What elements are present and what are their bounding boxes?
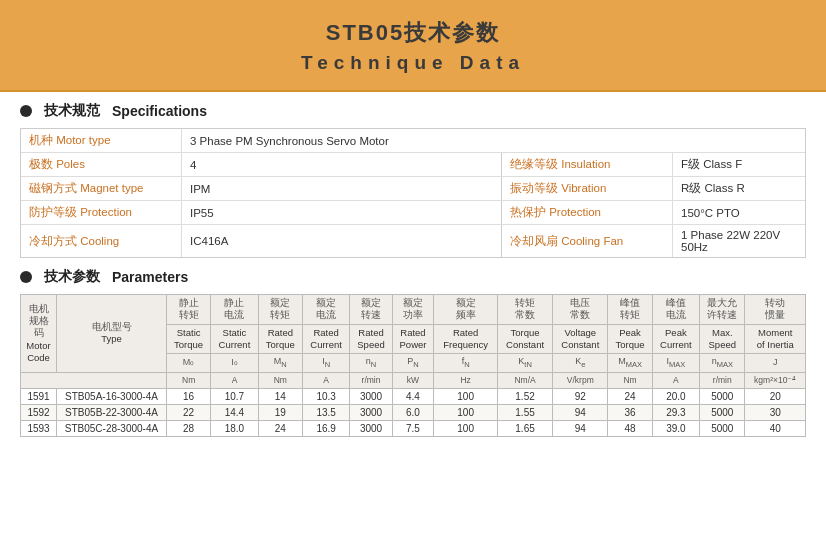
col-static-current: 静止电流 xyxy=(211,295,258,325)
cell-MN: 24 xyxy=(258,420,302,436)
cell-nN: 3000 xyxy=(350,388,392,404)
cell-J: 40 xyxy=(745,420,806,436)
magnet-value: IPM xyxy=(181,177,501,200)
col-voltage-const: 电压常数 xyxy=(553,295,608,325)
cell-IMAX: 20.0 xyxy=(652,388,699,404)
motor-type-value: 3 Phase PM Synchronous Servo Motor xyxy=(181,129,805,152)
cell-PN: 6.0 xyxy=(392,404,434,420)
cell-KtN: 1.55 xyxy=(497,404,552,420)
col-rated-power: 额定功率 xyxy=(392,295,434,325)
cooling-fan-value: 1 Phase 22W 220V 50Hz xyxy=(672,225,805,257)
magnet-label: 磁钢方式 Magnet type xyxy=(21,177,181,200)
col-peak-current: 峰值电流 xyxy=(652,295,699,325)
cell-nMAX: 5000 xyxy=(700,388,745,404)
col-inertia: 转动惯量 xyxy=(745,295,806,325)
cell-MMAX: 36 xyxy=(608,404,652,420)
cell-I0: 14.4 xyxy=(211,404,258,420)
params-section: 技术参数 Parameters 电机 规格码 Motor Code 电机型号 xyxy=(20,268,806,437)
table-header-row: 电机 规格码 Motor Code 电机型号 Type 静止转矩 xyxy=(21,295,806,325)
col-peak-torque: 峰值转矩 xyxy=(608,295,652,325)
specs-row-protection: 防护等级 Protection IP55 热保护 Protection 150°… xyxy=(21,201,805,225)
cell-IN: 10.3 xyxy=(302,388,349,404)
cell-I0: 10.7 xyxy=(211,388,258,404)
header-title-cn: STB05技术参数 xyxy=(20,18,806,48)
vibration-value: R级 Class R xyxy=(672,177,805,200)
cell-PN: 7.5 xyxy=(392,420,434,436)
cell-KtN: 1.65 xyxy=(497,420,552,436)
insulation-label: 绝缘等级 Insulation xyxy=(502,153,672,176)
col-rated-speed: 额定转速 xyxy=(350,295,392,325)
thermal-row: 热保护 Protection 150°C PTO xyxy=(501,201,805,224)
poles-value: 4 xyxy=(181,153,501,176)
protection-value: IP55 xyxy=(181,201,501,224)
specs-row-poles: 极数 Poles 4 绝缘等级 Insulation F级 Class F xyxy=(21,153,805,177)
col-rated-freq: 额定频率 xyxy=(434,295,498,325)
table-header-row-units: Nm A Nm A r/min kW Hz Nm/A V/krpm Nm A r… xyxy=(21,372,806,388)
data-table: 电机 规格码 Motor Code 电机型号 Type 静止转矩 xyxy=(20,294,806,437)
cell-MMAX: 48 xyxy=(608,420,652,436)
params-section-header: 技术参数 Parameters xyxy=(20,268,806,286)
thermal-protection-label: 热保护 Protection xyxy=(502,201,672,224)
cell-M0: 22 xyxy=(167,404,211,420)
cooling-value: IC416A xyxy=(181,225,501,257)
cell-Ke: 94 xyxy=(553,420,608,436)
cell-fN: 100 xyxy=(434,404,498,420)
insulation-row: 绝缘等级 Insulation F级 Class F xyxy=(501,153,805,176)
col-max-speed: 最大允许转速 xyxy=(700,295,745,325)
specs-section-header: 技术规范 Specifications xyxy=(20,102,806,120)
cell-MN: 19 xyxy=(258,404,302,420)
vibration-row: 振动等级 Vibration R级 Class R xyxy=(501,177,805,200)
cell-MMAX: 24 xyxy=(608,388,652,404)
cell-type: STB05A-16-3000-4A xyxy=(57,388,167,404)
vibration-label: 振动等级 Vibration xyxy=(502,177,672,200)
cell-IMAX: 29.3 xyxy=(652,404,699,420)
cell-type: STB05C-28-3000-4A xyxy=(57,420,167,436)
col-motor-code: 电机 规格码 Motor Code xyxy=(21,295,57,373)
header: STB05技术参数 Technique Data xyxy=(0,0,826,92)
cell-J: 20 xyxy=(745,388,806,404)
cooling-fan-label: 冷却风扇 Cooling Fan xyxy=(502,225,672,257)
cell-nMAX: 5000 xyxy=(700,420,745,436)
cell-nMAX: 5000 xyxy=(700,404,745,420)
cell-J: 30 xyxy=(745,404,806,420)
specs-title-en: Specifications xyxy=(112,103,207,119)
col-rated-current: 额定电流 xyxy=(302,295,349,325)
cell-M0: 28 xyxy=(167,420,211,436)
cell-code: 1593 xyxy=(21,420,57,436)
cell-I0: 18.0 xyxy=(211,420,258,436)
specs-row-magnet: 磁钢方式 Magnet type IPM 振动等级 Vibration R级 C… xyxy=(21,177,805,201)
col-torque-const: 转矩常数 xyxy=(497,295,552,325)
cell-KtN: 1.52 xyxy=(497,388,552,404)
insulation-value: F级 Class F xyxy=(672,153,805,176)
cell-fN: 100 xyxy=(434,420,498,436)
poles-label: 极数 Poles xyxy=(21,153,181,176)
cell-M0: 16 xyxy=(167,388,211,404)
cell-nN: 3000 xyxy=(350,420,392,436)
cell-Ke: 94 xyxy=(553,404,608,420)
header-title-en: Technique Data xyxy=(20,52,806,74)
specs-title-cn: 技术规范 xyxy=(44,102,100,120)
motor-type-label: 机种 Motor type xyxy=(21,129,181,152)
cooling-fan-row: 冷却风扇 Cooling Fan 1 Phase 22W 220V 50Hz xyxy=(501,225,805,257)
cell-MN: 14 xyxy=(258,388,302,404)
protection-label: 防护等级 Protection xyxy=(21,201,181,224)
specs-table: 机种 Motor type 3 Phase PM Synchronous Ser… xyxy=(20,128,806,258)
params-title-cn: 技术参数 xyxy=(44,268,100,286)
cell-code: 1591 xyxy=(21,388,57,404)
cooling-label: 冷却方式 Cooling xyxy=(21,225,181,257)
thermal-protection-value: 150°C PTO xyxy=(672,201,805,224)
col-static-torque: 静止转矩 xyxy=(167,295,211,325)
table-row: 1591STB05A-16-3000-4A1610.71410.330004.4… xyxy=(21,388,806,404)
table-row: 1592STB05B-22-3000-4A2214.41913.530006.0… xyxy=(21,404,806,420)
cell-nN: 3000 xyxy=(350,404,392,420)
specs-row-motortype: 机种 Motor type 3 Phase PM Synchronous Ser… xyxy=(21,129,805,153)
col-rated-torque: 额定转矩 xyxy=(258,295,302,325)
cell-Ke: 92 xyxy=(553,388,608,404)
cell-IN: 13.5 xyxy=(302,404,349,420)
cell-IMAX: 39.0 xyxy=(652,420,699,436)
table-row: 1593STB05C-28-3000-4A2818.02416.930007.5… xyxy=(21,420,806,436)
specs-row-cooling: 冷却方式 Cooling IC416A 冷却风扇 Cooling Fan 1 P… xyxy=(21,225,805,257)
cell-type: STB05B-22-3000-4A xyxy=(57,404,167,420)
params-title-en: Parameters xyxy=(112,269,188,285)
cell-code: 1592 xyxy=(21,404,57,420)
